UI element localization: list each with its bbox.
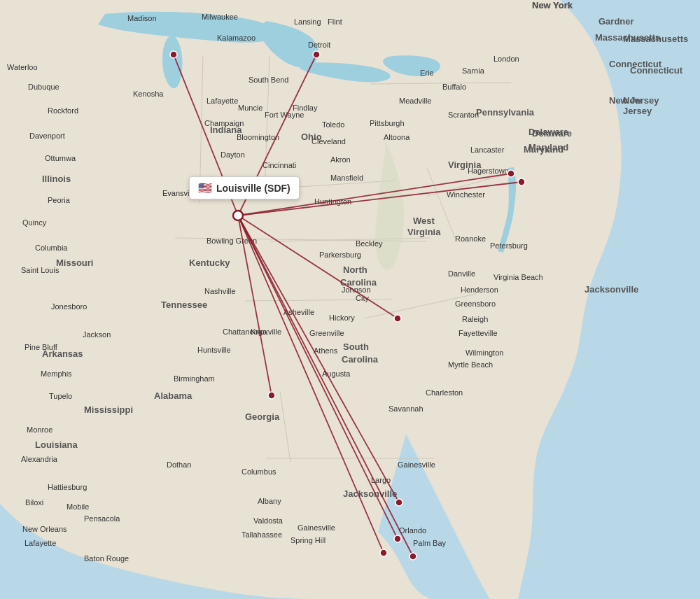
svg-text:Alabama: Alabama bbox=[154, 390, 192, 401]
svg-text:Gardner: Gardner bbox=[598, 16, 634, 27]
svg-text:Toledo: Toledo bbox=[322, 120, 344, 129]
svg-text:Bloomington: Bloomington bbox=[237, 133, 279, 141]
svg-text:Kalamazoo: Kalamazoo bbox=[217, 34, 255, 42]
svg-text:Waterloo: Waterloo bbox=[7, 63, 38, 71]
svg-text:Orlando: Orlando bbox=[399, 526, 426, 535]
svg-text:Nashville: Nashville bbox=[204, 287, 236, 295]
svg-text:London: London bbox=[493, 55, 519, 63]
svg-text:Petersburg: Petersburg bbox=[490, 241, 528, 250]
svg-text:Mansfield: Mansfield bbox=[330, 174, 363, 182]
louisville-hub-dot bbox=[233, 211, 243, 220]
svg-text:New Orleans: New Orleans bbox=[22, 525, 67, 533]
svg-text:South: South bbox=[343, 341, 369, 352]
svg-text:Pennsylvania: Pennsylvania bbox=[476, 107, 535, 118]
svg-text:New Jersey: New Jersey bbox=[609, 95, 659, 106]
jacksonville-dot bbox=[396, 499, 402, 506]
svg-text:Mobile: Mobile bbox=[66, 502, 89, 511]
svg-text:Detroit: Detroit bbox=[308, 41, 330, 49]
svg-text:Massachusetts: Massachusetts bbox=[595, 32, 660, 43]
svg-text:Pittsburgh: Pittsburgh bbox=[370, 119, 405, 127]
svg-text:Findlay: Findlay bbox=[293, 104, 318, 112]
svg-text:New York: New York bbox=[532, 0, 573, 10]
svg-text:Greenville: Greenville bbox=[309, 329, 344, 337]
svg-text:Knoxville: Knoxville bbox=[251, 327, 281, 336]
svg-text:Flint: Flint bbox=[328, 17, 342, 26]
svg-text:Tupelo: Tupelo bbox=[49, 392, 72, 400]
svg-text:Huntsville: Huntsville bbox=[197, 346, 231, 354]
svg-text:Champaign: Champaign bbox=[204, 119, 244, 127]
svg-text:Virginia: Virginia bbox=[407, 227, 441, 237]
palm-bay-dot bbox=[410, 553, 416, 560]
svg-text:Winchester: Winchester bbox=[447, 190, 485, 199]
philadelphia-dot bbox=[518, 178, 525, 185]
svg-text:Palm Bay: Palm Bay bbox=[413, 539, 447, 547]
svg-text:Tallahassee: Tallahassee bbox=[241, 530, 282, 539]
detroit-dot bbox=[313, 51, 320, 58]
svg-text:Johnson: Johnson bbox=[342, 286, 371, 294]
svg-text:Mississippi: Mississippi bbox=[84, 404, 133, 415]
svg-text:Wilmington: Wilmington bbox=[465, 348, 503, 357]
atlanta-dot bbox=[268, 392, 275, 399]
svg-text:Altoona: Altoona bbox=[384, 133, 410, 141]
svg-text:Jacksonville: Jacksonville bbox=[343, 488, 397, 499]
svg-text:Virginia Beach: Virginia Beach bbox=[493, 273, 543, 281]
svg-text:Kentucky: Kentucky bbox=[189, 258, 230, 268]
svg-text:Pensacola: Pensacola bbox=[84, 514, 120, 523]
svg-text:Biloxi: Biloxi bbox=[25, 498, 43, 507]
svg-text:Dothan: Dothan bbox=[167, 460, 191, 469]
svg-text:Milwaukee: Milwaukee bbox=[202, 13, 238, 21]
svg-text:South Bend: South Bend bbox=[248, 76, 289, 84]
svg-text:Davenport: Davenport bbox=[29, 132, 65, 140]
svg-text:Spring Hill: Spring Hill bbox=[290, 536, 326, 544]
svg-text:Georgia: Georgia bbox=[245, 411, 280, 422]
svg-text:Birmingham: Birmingham bbox=[174, 374, 215, 383]
svg-text:Buffalo: Buffalo bbox=[442, 83, 466, 91]
svg-text:Kenosha: Kenosha bbox=[133, 90, 164, 98]
svg-text:Raleigh: Raleigh bbox=[462, 315, 488, 323]
map-container: Illinois Indiana Ohio Kentucky Tennessee… bbox=[0, 0, 700, 599]
charlotte-dot bbox=[394, 315, 401, 322]
svg-text:Muncie: Muncie bbox=[238, 104, 262, 112]
svg-text:Missouri: Missouri bbox=[56, 258, 93, 268]
svg-text:Delaware: Delaware bbox=[528, 127, 568, 137]
svg-text:Tennessee: Tennessee bbox=[161, 300, 207, 310]
svg-text:Fayetteville: Fayetteville bbox=[458, 329, 498, 337]
svg-text:Valdosta: Valdosta bbox=[253, 516, 284, 525]
svg-text:Jacksonville: Jacksonville bbox=[584, 284, 638, 295]
svg-text:Roanoke: Roanoke bbox=[455, 234, 486, 243]
svg-text:Greensboro: Greensboro bbox=[455, 300, 496, 308]
svg-text:Charleston: Charleston bbox=[426, 388, 463, 397]
chicago-dot bbox=[170, 51, 177, 58]
svg-text:Lafayette: Lafayette bbox=[24, 539, 56, 547]
tooltip-label: Louisville (SDF) bbox=[216, 183, 290, 194]
svg-text:Rockford: Rockford bbox=[48, 106, 78, 115]
svg-text:Albany: Albany bbox=[258, 497, 281, 505]
svg-text:Hickory: Hickory bbox=[329, 313, 355, 322]
svg-text:Myrtle Beach: Myrtle Beach bbox=[448, 360, 493, 369]
svg-text:West: West bbox=[413, 216, 435, 226]
svg-text:Connecticut: Connecticut bbox=[609, 59, 662, 69]
svg-text:Gainesville: Gainesville bbox=[298, 523, 335, 532]
svg-text:Erie: Erie bbox=[420, 69, 434, 77]
svg-text:Akron: Akron bbox=[330, 155, 351, 164]
svg-text:Madison: Madison bbox=[127, 14, 157, 22]
svg-text:Memphis: Memphis bbox=[41, 369, 72, 378]
svg-text:Lansing: Lansing bbox=[294, 17, 321, 26]
svg-text:Jersey: Jersey bbox=[623, 106, 652, 116]
svg-text:Cincinnati: Cincinnati bbox=[262, 161, 296, 169]
airport-tooltip: 🇺🇸 Louisville (SDF) bbox=[189, 176, 300, 199]
svg-text:Illinois: Illinois bbox=[42, 174, 71, 184]
svg-text:Athens: Athens bbox=[314, 346, 338, 355]
svg-text:Hagerstown: Hagerstown bbox=[468, 167, 509, 175]
svg-text:Baton Rouge: Baton Rouge bbox=[84, 554, 129, 563]
svg-text:Pine Bluff: Pine Bluff bbox=[24, 343, 58, 351]
svg-text:Dubuque: Dubuque bbox=[28, 83, 59, 91]
svg-text:Danville: Danville bbox=[448, 269, 475, 278]
svg-text:Gainesville: Gainesville bbox=[398, 460, 435, 469]
svg-text:Ottumwa: Ottumwa bbox=[45, 154, 76, 162]
svg-text:Lancaster: Lancaster bbox=[470, 146, 505, 154]
svg-text:Quincy: Quincy bbox=[22, 218, 47, 227]
svg-text:Hattiesburg: Hattiesburg bbox=[48, 483, 87, 491]
svg-text:Saint Louis: Saint Louis bbox=[21, 266, 59, 274]
flag-icon: 🇺🇸 bbox=[198, 181, 212, 195]
